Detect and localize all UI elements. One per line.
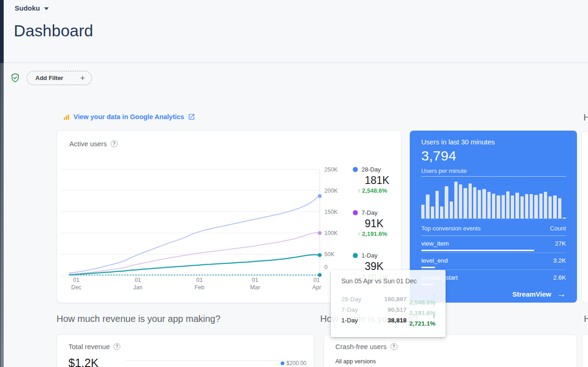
svg-text:150K: 150K xyxy=(324,209,338,215)
minute-bar xyxy=(469,184,472,218)
open-in-new-icon xyxy=(188,113,195,120)
minute-bar xyxy=(454,182,458,218)
minute-bar xyxy=(450,201,453,218)
svg-text:01: 01 xyxy=(135,277,141,283)
event-count: 3.2K xyxy=(553,257,566,264)
legend-change: ↑ 2,191.6% xyxy=(357,230,387,237)
svg-text:01: 01 xyxy=(196,277,203,283)
svg-text:Dec: Dec xyxy=(71,284,81,291)
event-name: view_item xyxy=(421,240,449,247)
all-app-versions-label: All app versions xyxy=(335,358,569,365)
svg-text:Mar: Mar xyxy=(250,284,260,291)
page-title: Dashboard xyxy=(14,22,93,40)
legend-label: 1-Day xyxy=(362,252,378,259)
svg-text:100K: 100K xyxy=(324,230,338,236)
analytics-bars-icon xyxy=(63,114,70,120)
minute-bar xyxy=(553,195,556,218)
event-progress-bar xyxy=(421,250,534,251)
minute-bar xyxy=(511,195,514,218)
conversion-row-view-item[interactable]: view_item 27K xyxy=(421,236,566,253)
collapsed-nav-rail[interactable] xyxy=(0,63,4,367)
minute-bar xyxy=(558,198,561,218)
conversion-table-header: Top conversion events Count xyxy=(421,225,566,236)
legend-label: 7-Day xyxy=(362,209,378,216)
minute-bar xyxy=(515,193,519,218)
total-revenue-title: Total revenue xyxy=(68,343,110,350)
legend-dot-1day xyxy=(353,253,358,258)
header-divider xyxy=(4,63,588,63)
minute-bar xyxy=(426,195,429,218)
add-filter-label: Add Filter xyxy=(35,75,63,81)
event-count: 2.6K xyxy=(553,274,566,281)
svg-text:Apr: Apr xyxy=(312,284,321,291)
minute-bar xyxy=(492,194,495,218)
project-switcher[interactable]: Sudoku xyxy=(15,4,49,12)
svg-text:200K: 200K xyxy=(324,188,338,194)
minute-bar xyxy=(482,189,486,218)
svg-text:01: 01 xyxy=(313,277,320,283)
legend-dot-28day xyxy=(353,167,358,172)
add-filter-button[interactable]: Add Filter + xyxy=(27,71,92,85)
event-progress-bar xyxy=(421,267,435,268)
collapsed-nav-rail-top xyxy=(0,0,4,63)
minute-bar xyxy=(539,194,543,218)
analytics-link-label: View your data in Google Analytics xyxy=(74,113,184,120)
tooltip-row-28day: 28-Day 180,897 ↑ 2,548.6% xyxy=(341,292,435,303)
minute-bar xyxy=(440,206,443,218)
crash-free-title: Crash-free users xyxy=(335,343,387,350)
tooltip-series-label: 7-Day xyxy=(341,306,368,313)
minute-bar xyxy=(435,191,439,218)
plus-icon: + xyxy=(80,74,85,82)
google-analytics-link[interactable]: View your data in Google Analytics xyxy=(63,113,195,120)
svg-text:0: 0 xyxy=(324,264,328,270)
app-check-shield-icon[interactable] xyxy=(10,73,20,83)
clipped-card-top xyxy=(582,131,588,303)
tooltip-series-label: 1-Day xyxy=(341,317,368,324)
minute-bar xyxy=(478,190,481,218)
help-icon[interactable]: ? xyxy=(390,343,397,350)
minute-bar xyxy=(530,194,533,218)
streamview-label: StreamView xyxy=(512,290,551,298)
chevron-down-icon xyxy=(44,7,49,10)
minute-bar xyxy=(544,192,547,218)
tooltip-row-1day: 1-Day 38,818 ↑ 2,721.1% xyxy=(341,313,435,324)
minute-bar xyxy=(487,192,491,218)
revenue-chart-series-label: $200.00 xyxy=(281,360,306,367)
legend-value: 91K xyxy=(365,218,387,230)
users-per-minute-label: Users per minute xyxy=(421,167,566,177)
tooltip-series-change: ↑ 2,721.1% xyxy=(407,313,435,327)
firebase-dashboard-page: Sudoku Dashboard Add Filter + View your … xyxy=(0,0,588,367)
series-value: $200.00 xyxy=(287,360,306,367)
total-revenue-value: $1.2K xyxy=(68,356,306,367)
arrow-right-icon: → xyxy=(557,289,566,298)
chart-hover-tooltip: Sun 05 Apr vs Sun 01 Dec 28-Day 180,897 … xyxy=(331,270,446,337)
tooltip-series-label: 28-Day xyxy=(341,296,368,303)
legend-dot-7day xyxy=(353,210,358,215)
revenue-chart-gridline xyxy=(125,361,306,361)
minute-bar xyxy=(525,194,528,218)
crash-free-users-card: Crash-free users ? All app versions xyxy=(323,334,577,367)
legend-item-28-day[interactable]: 28-Day 181K ↑ 2,548.6% xyxy=(353,166,390,194)
streamview-link[interactable]: StreamView → xyxy=(512,289,566,298)
tooltip-series-value: 180,897 xyxy=(368,296,407,303)
conversion-row-level-end[interactable]: level_end 3.2K xyxy=(421,253,566,270)
minute-bar xyxy=(464,188,467,218)
revenue-section-heading: How much revenue is your app making? xyxy=(57,314,220,324)
total-revenue-card: Total revenue ? $1.2K $200.00 xyxy=(57,334,314,367)
minute-bar xyxy=(459,184,462,218)
legend-item-7-day[interactable]: 7-Day 91K ↑ 2,191.6% xyxy=(353,209,387,237)
clipped-card-bottom xyxy=(582,334,588,367)
svg-text:Feb: Feb xyxy=(194,284,204,291)
tooltip-series-value: 38,818 xyxy=(368,317,407,324)
minute-bar xyxy=(421,205,424,218)
help-icon[interactable]: ? xyxy=(113,343,120,350)
minute-bar xyxy=(534,195,537,218)
users-per-minute-bar-chart xyxy=(421,179,566,219)
tooltip-series-value: 90,517 xyxy=(368,306,407,313)
minute-bar xyxy=(497,195,500,218)
svg-text:Jan: Jan xyxy=(133,284,142,291)
project-name: Sudoku xyxy=(15,4,40,12)
legend-value: 181K xyxy=(365,174,390,187)
legend-label: 28-Day xyxy=(362,166,381,173)
svg-text:01: 01 xyxy=(252,277,258,283)
